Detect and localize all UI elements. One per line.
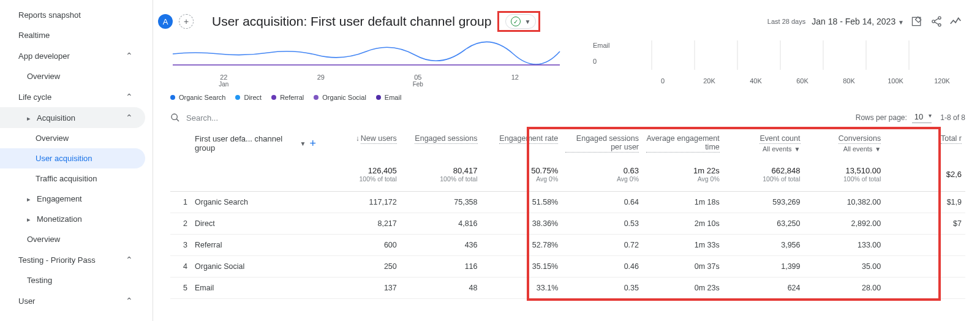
date-range-picker[interactable]: Jan 18 - Feb 14, 2023 ▼ (812, 17, 904, 26)
sidebar-item[interactable]: Testing (0, 270, 145, 290)
chevron-up-icon: ⌃ (126, 296, 133, 306)
legend-dot (235, 95, 240, 100)
column-header[interactable]: Engaged sessions per user (562, 129, 643, 157)
axis-zero: 0 (593, 58, 597, 65)
axis-tick: 29 (273, 74, 370, 88)
chevron-up-icon: ⌃ (126, 92, 133, 102)
sidebar-item[interactable]: Traffic acquisition (0, 168, 145, 189)
sidebar-item-label: Testing - Priority Pass (18, 255, 96, 265)
totals-row: 126,405100% of total80,417100% of total5… (170, 157, 965, 192)
sidebar-item[interactable]: Life cycle⌃ (0, 86, 145, 107)
axis-tick: 120K (919, 77, 965, 85)
legend-dot (376, 95, 381, 100)
dimension-header[interactable]: First user defa... channel group (195, 134, 296, 153)
column-header[interactable]: Engaged sessions (401, 129, 481, 157)
table-toolbar: Search... Rows per page: 10 1-8 of 8 (170, 108, 965, 127)
add-comparison-button[interactable]: + (179, 14, 194, 29)
sidebar-item-label: App developer (18, 51, 70, 61)
sidebar-item[interactable]: User acquisition (0, 148, 145, 168)
column-header[interactable]: Event countAll events ▼ (723, 129, 804, 157)
rows-per-page-select[interactable]: 10 (912, 112, 932, 123)
legend-item[interactable]: Direct (235, 94, 262, 101)
bar-chart: 020K40K60K80K100K120K (639, 40, 965, 85)
axis-tick: 12 (467, 74, 564, 88)
avatar[interactable]: A (158, 14, 173, 29)
table-row[interactable]: 4Organic Social25011635.15%0.460m 37s1,3… (170, 256, 965, 278)
sidebar-item-label: Traffic acquisition (36, 174, 97, 183)
sidebar-item-label: Testing (27, 276, 52, 285)
table-row[interactable]: 5Email1374833.1%0.350m 23s62428.00 (170, 278, 965, 299)
sidebar-item-label: Reports snapshot (18, 10, 81, 20)
sidebar-item-label: Acquisition (37, 113, 75, 123)
legend-label: Referral (280, 94, 304, 101)
svg-point-11 (172, 114, 177, 119)
sidebar: Reports snapshotRealtimeApp developer⌃Ov… (0, 0, 153, 321)
column-header[interactable]: Total r (884, 129, 965, 157)
sidebar-item[interactable]: ▸Engagement (0, 189, 145, 209)
axis-tick: 22Jan (175, 74, 273, 88)
sidebar-item[interactable]: Overview (0, 229, 145, 249)
sidebar-item[interactable]: User⌃ (0, 290, 145, 311)
content: 22Jan2905Feb12 Organic SearchDirectRefer… (153, 40, 980, 321)
legend-dot (271, 95, 276, 100)
chevron-down-icon: ▼ (898, 19, 904, 26)
status-pill[interactable]: ✓ ▼ (505, 14, 536, 29)
legend-dot (170, 95, 175, 100)
sidebar-item[interactable]: App developer⌃ (0, 45, 145, 66)
search-input[interactable]: Search... (186, 113, 218, 123)
sidebar-item-label: Monetization (37, 214, 82, 224)
axis-tick: 40K (733, 77, 779, 85)
bar-label-email: Email (593, 42, 610, 49)
sidebar-item-label: Engagement (37, 194, 82, 203)
axis-tick: 60K (779, 77, 826, 85)
axis-tick: 05Feb (369, 74, 467, 88)
sidebar-item[interactable]: Overview (0, 128, 145, 148)
legend-item[interactable]: Organic Search (170, 94, 225, 101)
sidebar-item-label: User (18, 296, 35, 306)
highlight-status: ✓ ▼ (497, 11, 540, 32)
sidebar-item[interactable]: Realtime (0, 25, 145, 45)
legend-dot (314, 95, 318, 100)
column-header[interactable]: ConversionsAll events ▼ (804, 129, 885, 157)
line-chart: 22Jan2905Feb12 Organic SearchDirectRefer… (170, 40, 568, 101)
chevron-up-icon: ⌃ (126, 51, 133, 61)
chevron-up-icon: ⌃ (126, 113, 133, 123)
date-period-label: Last 28 days (767, 18, 805, 25)
add-dimension-button[interactable]: + (309, 137, 316, 150)
column-sub[interactable]: All events ▼ (727, 145, 801, 153)
chevron-down-icon[interactable]: ▼ (300, 140, 306, 147)
search-icon[interactable] (170, 113, 180, 123)
chart-legend: Organic SearchDirectReferralOrganic Soci… (170, 94, 568, 101)
page-title: User acquisition: First user default cha… (212, 14, 491, 29)
main: A + User acquisition: First user default… (153, 0, 980, 321)
sidebar-item[interactable]: ▸Monetization (0, 209, 145, 229)
table-row[interactable]: 3Referral60043652.78%0.721m 33s3,956133.… (170, 235, 965, 256)
topbar: A + User acquisition: First user default… (153, 0, 980, 40)
sidebar-item-label: Realtime (18, 31, 50, 40)
check-circle-icon: ✓ (511, 17, 521, 26)
legend-label: Email (385, 94, 402, 101)
axis-tick: 80K (826, 77, 872, 85)
axis-tick: 20K (686, 77, 733, 85)
sidebar-item[interactable]: Reports snapshot (0, 5, 145, 25)
legend-item[interactable]: Referral (271, 94, 304, 101)
customize-report-icon[interactable] (910, 15, 924, 28)
sidebar-item[interactable]: Testing - Priority Pass⌃ (0, 249, 145, 270)
legend-item[interactable]: Organic Social (314, 94, 366, 101)
pagination-range: 1-8 of 8 (940, 113, 965, 122)
sidebar-item[interactable]: ▸Acquisition⌃ (0, 107, 145, 128)
column-header[interactable]: Engagement rate (481, 129, 562, 157)
sidebar-item-label: Overview (27, 72, 60, 81)
table-row[interactable]: 1Organic Search117,17275,35851.58%0.641m… (170, 192, 965, 213)
legend-item[interactable]: Email (376, 94, 402, 101)
column-sub[interactable]: All events ▼ (808, 145, 881, 153)
axis-tick: 100K (872, 77, 919, 85)
column-header[interactable]: Average engagement time (643, 129, 723, 157)
sidebar-item[interactable]: Overview (0, 66, 145, 86)
sidebar-item-label: Overview (27, 235, 60, 244)
legend-label: Organic Social (322, 94, 366, 101)
column-header[interactable]: ↓New users (320, 129, 401, 157)
table-row[interactable]: 2Direct8,2174,81638.36%0.532m 10s63,2502… (170, 213, 965, 235)
insights-icon[interactable] (949, 15, 963, 28)
share-icon[interactable] (930, 15, 943, 28)
